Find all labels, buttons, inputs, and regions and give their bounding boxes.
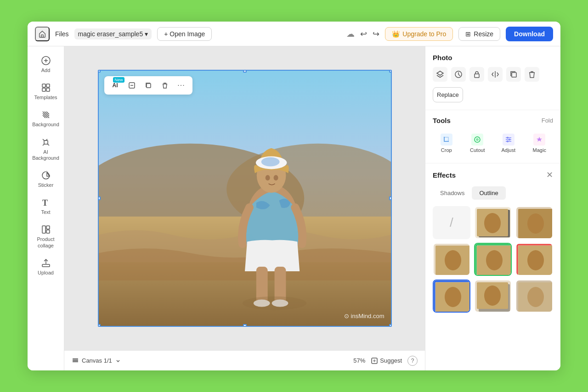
- none-slash-icon: /: [450, 215, 453, 230]
- handle-top-right[interactable]: [389, 70, 392, 73]
- magic-tool-button[interactable]: [124, 78, 139, 93]
- right-panel: Photo: [425, 46, 560, 370]
- handle-top-center[interactable]: [243, 70, 247, 73]
- sidebar-item-sticker[interactable]: Sticker: [29, 167, 62, 192]
- svg-rect-17: [46, 230, 50, 233]
- more-icon: ···: [177, 81, 185, 90]
- effects-tabs: Shadows Outline: [433, 186, 553, 200]
- trash-btn[interactable]: [525, 67, 539, 82]
- sidebar-item-upload[interactable]: Upload: [29, 254, 62, 280]
- handle-bottom-center[interactable]: [243, 324, 247, 327]
- filename-display[interactable]: magic eraser_sample5 ▾: [74, 28, 152, 39]
- upload-icon: [41, 258, 51, 268]
- effect-shadow-dark[interactable]: [474, 206, 512, 239]
- svg-rect-15: [42, 226, 45, 233]
- open-image-label: + Open Image: [164, 30, 205, 38]
- delete-button[interactable]: [158, 78, 172, 93]
- sidebar-item-text[interactable]: T Text: [29, 194, 62, 219]
- effect-none[interactable]: /: [433, 206, 470, 239]
- tools-section: Tools Fold Crop Cutout: [425, 110, 560, 163]
- handle-bottom-left[interactable]: [98, 324, 101, 327]
- tools-title: Tools: [433, 117, 451, 124]
- svg-rect-4: [42, 84, 45, 87]
- flip-btn[interactable]: [488, 67, 503, 82]
- sidebar-item-add[interactable]: Add: [29, 52, 62, 77]
- open-image-button[interactable]: + Open Image: [157, 27, 212, 41]
- canvas-image-wrapper[interactable]: AI New ···: [98, 70, 392, 327]
- replace-button[interactable]: Replace: [433, 87, 463, 102]
- suggest-label: Suggest: [380, 357, 402, 364]
- handle-top-left[interactable]: [98, 70, 101, 73]
- background-icon: [41, 110, 51, 120]
- more-button[interactable]: ···: [174, 78, 189, 93]
- svg-rect-47: [512, 73, 516, 77]
- sidebar-item-background[interactable]: Background: [29, 106, 62, 131]
- main-area: Add Templates Background AI Background S…: [28, 46, 560, 370]
- ai-tool-button[interactable]: AI New: [108, 78, 123, 93]
- layers-action-btn[interactable]: [433, 67, 447, 82]
- canvas-layers[interactable]: Canvas 1/1: [72, 357, 121, 364]
- tool-adjust[interactable]: Adjust: [495, 130, 522, 157]
- suggest-button[interactable]: Suggest: [371, 357, 402, 364]
- svg-rect-38: [73, 361, 78, 362]
- crown-icon: 👑: [392, 30, 400, 38]
- suggest-icon: [371, 357, 378, 364]
- svg-rect-7: [46, 88, 50, 91]
- shadows-tab[interactable]: Shadows: [433, 186, 472, 200]
- effect-shadow-hard[interactable]: [515, 280, 553, 313]
- duplicate-btn[interactable]: [506, 67, 521, 82]
- files-link[interactable]: Files: [55, 30, 69, 38]
- svg-rect-0: [41, 34, 44, 37]
- resize-button[interactable]: ⊞ Resize: [458, 27, 500, 41]
- effect-outline-red[interactable]: [515, 243, 553, 276]
- app-window: Files magic eraser_sample5 ▾ + Open Imag…: [28, 22, 560, 370]
- effect-selected-blue[interactable]: [433, 280, 470, 313]
- svg-point-58: [484, 213, 501, 233]
- handle-bottom-right[interactable]: [389, 324, 392, 327]
- svg-point-72: [445, 287, 461, 307]
- tool-cutout[interactable]: Cutout: [464, 130, 492, 157]
- effects-header: Effects ✕: [433, 170, 553, 180]
- tool-crop[interactable]: Crop: [433, 130, 460, 157]
- layers-icon: [72, 357, 79, 364]
- sidebar-label-sticker: Sticker: [38, 182, 54, 188]
- resize-label: Resize: [474, 30, 493, 38]
- add-icon: [41, 56, 51, 66]
- redo-button[interactable]: ↪: [373, 29, 379, 39]
- effect-tint-dark[interactable]: [515, 206, 553, 239]
- svg-point-49: [476, 138, 479, 141]
- effects-panel: Effects ✕ Shadows Outline /: [425, 163, 560, 319]
- templates-icon: [41, 83, 51, 93]
- svg-rect-13: [44, 140, 48, 144]
- upgrade-button[interactable]: 👑 Upgrade to Pro: [385, 27, 453, 41]
- animation-btn[interactable]: [451, 67, 466, 82]
- fold-button[interactable]: Fold: [542, 117, 553, 124]
- cloud-icon[interactable]: ☁: [346, 29, 355, 39]
- photo-actions: [433, 67, 553, 82]
- zoom-display: 57%: [353, 357, 365, 364]
- help-button[interactable]: ?: [407, 356, 418, 366]
- lock-btn[interactable]: [469, 67, 484, 82]
- handle-middle-left[interactable]: [98, 196, 101, 200]
- svg-rect-18: [42, 264, 50, 267]
- adjust-label: Adjust: [501, 147, 515, 153]
- effect-natural[interactable]: [433, 243, 470, 276]
- undo-button[interactable]: ↩: [360, 29, 367, 39]
- handle-middle-right[interactable]: [389, 196, 392, 200]
- sidebar-item-ai-background[interactable]: AI Background: [29, 134, 62, 165]
- home-button[interactable]: [35, 27, 50, 41]
- download-button[interactable]: Download: [506, 27, 553, 41]
- tool-magic[interactable]: Magic: [526, 130, 554, 157]
- sidebar-item-templates[interactable]: Templates: [29, 79, 62, 104]
- sidebar-item-product-collage[interactable]: Product collage: [29, 221, 62, 252]
- copy-button[interactable]: [141, 78, 156, 93]
- effect-shadow-soft[interactable]: [474, 280, 512, 313]
- svg-point-55: [507, 140, 509, 142]
- resize-icon: ⊞: [465, 30, 471, 38]
- outline-tab[interactable]: Outline: [472, 186, 505, 200]
- effect-outline-green[interactable]: [474, 243, 512, 276]
- svg-point-33: [273, 175, 278, 180]
- svg-point-61: [527, 213, 544, 234]
- svg-rect-45: [475, 74, 479, 78]
- effects-close-button[interactable]: ✕: [546, 170, 553, 180]
